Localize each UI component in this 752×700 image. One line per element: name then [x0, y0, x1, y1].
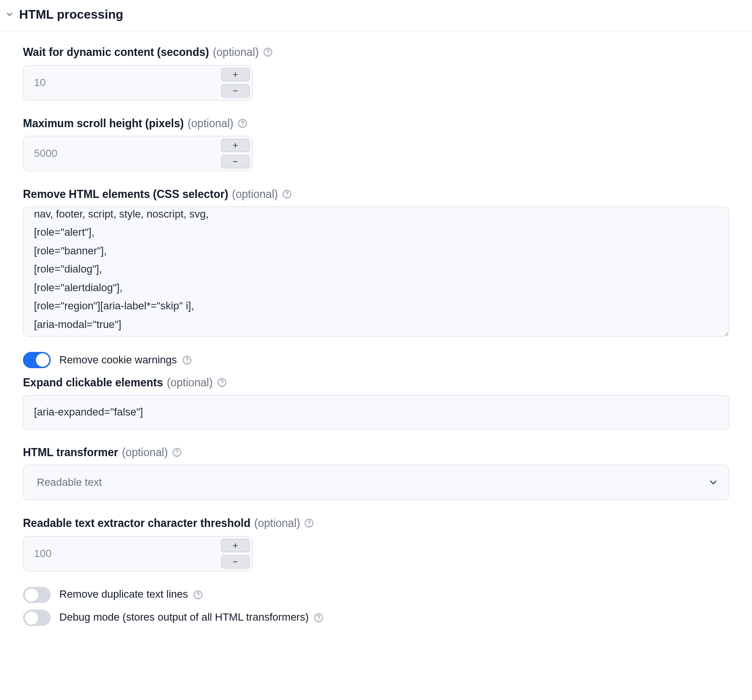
optional-tag: (optional): [122, 445, 168, 460]
help-icon[interactable]: [263, 47, 273, 57]
remove-cookie-warnings-row: Remove cookie warnings: [23, 352, 729, 368]
wait-field: Wait for dynamic content (seconds) (opti…: [23, 44, 729, 100]
optional-tag: (optional): [188, 116, 233, 131]
remove-selector-label: Remove HTML elements (CSS selector): [23, 186, 228, 202]
remove-selector-textarea[interactable]: [23, 207, 729, 337]
remove-duplicate-lines-row: Remove duplicate text lines: [23, 587, 729, 603]
svg-point-11: [287, 196, 288, 197]
max-scroll-field: Maximum scroll height (pixels) (optional…: [23, 116, 729, 171]
svg-point-17: [177, 454, 177, 455]
help-icon[interactable]: [193, 590, 203, 600]
debug-mode-toggle[interactable]: [23, 610, 51, 626]
form-body: Wait for dynamic content (seconds) (opti…: [0, 31, 752, 635]
html-transformer-label-line: HTML transformer (optional): [23, 445, 729, 460]
html-transformer-label: HTML transformer: [23, 445, 118, 460]
svg-point-1: [267, 54, 268, 55]
expand-clickable-label: Expand clickable elements: [23, 375, 163, 390]
max-scroll-input[interactable]: [23, 136, 253, 171]
chevron-down-icon: [708, 477, 719, 488]
remove-cookie-warnings-label: Remove cookie warnings: [59, 353, 177, 368]
debug-mode-label: Debug mode (stores output of all HTML tr…: [59, 610, 309, 625]
expand-clickable-field: Expand clickable elements (optional): [23, 375, 729, 429]
remove-selector-label-line: Remove HTML elements (CSS selector) (opt…: [23, 186, 729, 202]
svg-point-13: [187, 362, 188, 363]
optional-tag: (optional): [213, 44, 259, 60]
threshold-decrement-button[interactable]: [221, 555, 250, 569]
expand-clickable-input[interactable]: [23, 395, 729, 429]
threshold-field: Readable text extractor character thresh…: [23, 515, 729, 571]
max-scroll-increment-button[interactable]: [221, 139, 250, 152]
svg-point-6: [242, 125, 243, 126]
expand-clickable-label-line: Expand clickable elements (optional): [23, 375, 729, 390]
html-transformer-select[interactable]: Readable text: [23, 465, 729, 500]
optional-tag: (optional): [232, 186, 278, 202]
max-scroll-decrement-button[interactable]: [221, 155, 250, 168]
max-scroll-label-line: Maximum scroll height (pixels) (optional…: [23, 116, 729, 131]
html-transformer-field: HTML transformer (optional) Readable tex…: [23, 445, 729, 500]
threshold-increment-button[interactable]: [221, 539, 250, 552]
help-icon[interactable]: [313, 612, 324, 623]
wait-input[interactable]: [23, 65, 253, 100]
remove-selector-field: Remove HTML elements (CSS selector) (opt…: [23, 186, 729, 337]
optional-tag: (optional): [254, 515, 300, 531]
wait-increment-button[interactable]: [221, 68, 250, 81]
help-icon[interactable]: [217, 377, 227, 388]
svg-point-26: [318, 619, 319, 620]
help-icon[interactable]: [304, 518, 314, 528]
html-transformer-selected: Readable text: [37, 475, 102, 490]
threshold-label-line: Readable text extractor character thresh…: [23, 515, 729, 531]
svg-point-19: [309, 525, 310, 526]
help-icon[interactable]: [237, 118, 248, 129]
remove-cookie-warnings-toggle[interactable]: [23, 352, 51, 368]
threshold-input[interactable]: [23, 536, 253, 571]
chevron-down-icon: [5, 10, 14, 19]
help-icon[interactable]: [282, 189, 292, 199]
section-title: HTML processing: [19, 6, 123, 23]
help-icon[interactable]: [182, 355, 192, 365]
help-icon[interactable]: [172, 447, 182, 458]
svg-point-15: [221, 384, 222, 385]
wait-label: Wait for dynamic content (seconds): [23, 44, 209, 60]
wait-decrement-button[interactable]: [221, 84, 250, 98]
threshold-label: Readable text extractor character thresh…: [23, 515, 251, 531]
wait-label-line: Wait for dynamic content (seconds) (opti…: [23, 44, 729, 60]
svg-point-24: [198, 596, 199, 597]
remove-duplicate-lines-toggle[interactable]: [23, 587, 51, 603]
section-header[interactable]: HTML processing: [0, 0, 752, 31]
debug-mode-row: Debug mode (stores output of all HTML tr…: [23, 610, 729, 626]
remove-duplicate-lines-label: Remove duplicate text lines: [59, 587, 188, 602]
max-scroll-label: Maximum scroll height (pixels): [23, 116, 184, 131]
optional-tag: (optional): [167, 375, 213, 390]
